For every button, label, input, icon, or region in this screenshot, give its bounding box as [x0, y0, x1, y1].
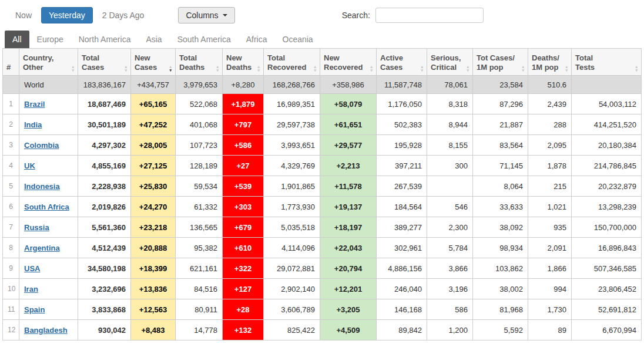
yesterday-button[interactable]: Yesterday — [41, 7, 93, 23]
new-deaths-cell: +539 — [223, 176, 264, 197]
total-deaths-cell: 61,332 — [176, 197, 223, 217]
column-header-country[interactable]: Country,Other▴▾ — [19, 49, 78, 76]
now-button[interactable]: Now — [9, 8, 38, 23]
column-header-cases-per-1m[interactable]: Tot Cases/1M pop▴▾ — [473, 49, 528, 76]
tab-south-america[interactable]: South America — [170, 31, 239, 48]
sort-icon[interactable]: ▴▾ — [72, 65, 74, 72]
country-link[interactable]: Bangladesh — [24, 326, 68, 335]
country-cell: Indonesia — [19, 176, 78, 197]
column-header-new-recovered[interactable]: NewRecovered▴▾ — [320, 49, 377, 76]
new-recovered-cell: +3,205 — [320, 299, 377, 320]
total-recovered-cell: 825,422 — [264, 320, 320, 340]
rank-cell: 11 — [3, 299, 19, 320]
new-deaths-cell: +586 — [223, 135, 264, 156]
sort-icon[interactable]: ▴▾ — [314, 65, 316, 72]
tab-asia[interactable]: Asia — [138, 31, 169, 48]
column-header-serious-critical[interactable]: Serious,Critical▴▾ — [427, 49, 473, 76]
serious-critical-cell: 8,155 — [427, 135, 473, 156]
sort-icon[interactable]: ▴▾ — [216, 65, 219, 72]
columns-button-label: Columns — [186, 11, 218, 20]
total-tests-cell: 13,298,239 — [572, 197, 642, 217]
topbar: Now Yesterday 2 Days Ago Columns Search: — [0, 0, 644, 29]
new-deaths-cell: +28 — [223, 299, 264, 320]
sort-icon[interactable]: ▴▾ — [257, 65, 260, 72]
columns-dropdown-button[interactable]: Columns — [178, 7, 234, 23]
column-header-label: NewRecovered — [324, 53, 363, 73]
new-cases-cell: +20,888 — [131, 238, 176, 258]
tab-all[interactable]: All — [5, 31, 29, 48]
total-cases-cell: 5,561,360 — [78, 217, 131, 238]
country-link[interactable]: South Africa — [24, 203, 69, 211]
sort-icon[interactable]: ▴▾ — [421, 65, 423, 72]
sort-icon[interactable]: ▴▾ — [635, 65, 638, 72]
new-deaths-cell: +610 — [223, 238, 264, 258]
sort-icon[interactable]: ▴▾ — [467, 65, 469, 72]
rank-cell: 8 — [3, 238, 19, 258]
new-deaths-cell: +27 — [223, 156, 264, 176]
new-deaths-cell: +1,879 — [223, 94, 264, 114]
total-deaths-cell: 59,534 — [176, 176, 223, 197]
country-cell: Argentina — [19, 238, 78, 258]
caret-down-icon — [223, 14, 227, 16]
column-header-total-recovered[interactable]: TotalRecovered▴▾ — [264, 49, 320, 76]
tab-oceania[interactable]: Oceania — [275, 31, 321, 48]
country-cell: USA — [19, 258, 78, 279]
serious-critical-cell: 78,061 — [427, 76, 473, 94]
active-cases-cell: 11,587,748 — [377, 76, 427, 94]
country-cell: South Africa — [19, 197, 78, 217]
column-header-total-deaths[interactable]: TotalDeaths▴▾ — [176, 49, 223, 76]
total-recovered-cell: 1,901,865 — [264, 176, 320, 197]
country-link[interactable]: UK — [24, 161, 35, 170]
total-deaths-cell: 621,161 — [176, 258, 223, 279]
column-header-new-deaths[interactable]: NewDeaths▴▾ — [223, 49, 264, 76]
search-input[interactable] — [375, 8, 484, 23]
country-cell: Russia — [19, 217, 78, 238]
country-link[interactable]: India — [24, 120, 42, 129]
tab-north-america[interactable]: North America — [71, 31, 139, 48]
deaths-1m-cell: 510.6 — [528, 76, 572, 94]
column-header-deaths-per-1m[interactable]: Deaths/1M pop▴▾ — [528, 49, 572, 76]
two-days-ago-button[interactable]: 2 Days Ago — [96, 8, 150, 23]
column-header-new-cases[interactable]: NewCases▴▾ — [131, 49, 176, 76]
country-link[interactable]: Spain — [24, 305, 45, 314]
total-tests-cell: 214,786,845 — [572, 156, 642, 176]
cases-1m-cell: 71,145 — [473, 156, 528, 176]
cases-1m-cell: 38,002 — [473, 279, 528, 299]
tab-africa[interactable]: Africa — [239, 31, 275, 48]
total-recovered-cell: 16,989,351 — [264, 94, 320, 114]
country-link[interactable]: Brazil — [24, 100, 45, 109]
sort-icon[interactable]: ▴▾ — [565, 65, 568, 72]
rank-cell: 1 — [3, 94, 19, 114]
total-cases-cell: 4,855,169 — [78, 156, 131, 176]
total-deaths-cell: 401,068 — [176, 114, 223, 135]
total-recovered-cell: 1,773,930 — [264, 197, 320, 217]
country-link[interactable]: USA — [24, 264, 40, 273]
country-link[interactable]: Argentina — [24, 244, 60, 252]
new-deaths-cell: +127 — [223, 279, 264, 299]
column-header-total-cases[interactable]: TotalCases▴▾ — [78, 49, 131, 76]
column-header-active-cases[interactable]: ActiveCases▴▾ — [377, 49, 427, 76]
rank-cell: 4 — [3, 156, 19, 176]
new-deaths-cell: +679 — [223, 217, 264, 238]
sort-icon[interactable]: ▴▾ — [522, 65, 524, 72]
country-link[interactable]: Indonesia — [24, 182, 60, 191]
country-link[interactable]: Iran — [24, 285, 38, 294]
active-cases-cell: 1,176,050 — [377, 94, 427, 114]
column-header-total-tests[interactable]: TotalTests▴▾ — [572, 49, 642, 76]
deaths-1m-cell: 215 — [528, 176, 572, 197]
deaths-1m-cell: 1,730 — [528, 299, 572, 320]
country-link[interactable]: Colombia — [24, 141, 59, 150]
sort-icon[interactable]: ▴▾ — [169, 65, 172, 72]
sort-icon[interactable]: ▴▾ — [125, 65, 127, 72]
country-row: 2India30,501,189+47,252401,068+79729,597… — [3, 114, 642, 135]
total-cases-cell: 3,833,868 — [78, 299, 131, 320]
serious-critical-cell: 5,784 — [427, 238, 473, 258]
active-cases-cell: 302,961 — [377, 238, 427, 258]
country-link[interactable]: Russia — [24, 223, 49, 232]
column-header-label: # — [6, 63, 11, 72]
sort-icon[interactable]: ▴▾ — [370, 65, 373, 72]
new-recovered-cell: +4,509 — [320, 320, 377, 340]
cases-1m-cell: 83,564 — [473, 135, 528, 156]
tab-europe[interactable]: Europe — [29, 31, 71, 48]
new-cases-cell: +23,218 — [131, 217, 176, 238]
